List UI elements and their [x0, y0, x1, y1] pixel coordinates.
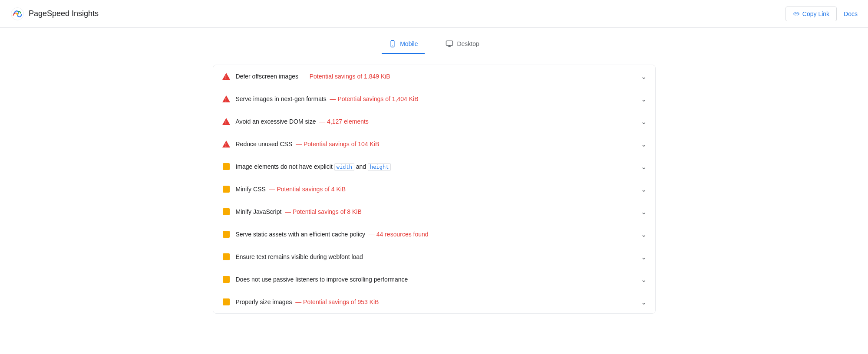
audit-item-dom-size[interactable]: ! Avoid an excessive DOM size — 4,127 el… [213, 110, 655, 133]
svg-text:!: ! [225, 120, 226, 125]
docs-link[interactable]: Docs [844, 10, 858, 17]
error-icon-dom: ! [222, 117, 231, 126]
app-title: PageSpeed Insights [29, 9, 99, 18]
audit-item-minify-js[interactable]: Minify JavaScript — Potential savings of… [213, 200, 655, 223]
warning-icon-cache-policy [222, 230, 231, 239]
chevron-image-explicit: ⌄ [641, 163, 647, 171]
warning-icon-image-explicit [222, 162, 231, 171]
app-header: PageSpeed Insights Copy Link Docs [0, 0, 868, 28]
audit-wrapper-passive: Does not use passive listeners to improv… [213, 268, 655, 291]
copy-link-label: Copy Link [802, 10, 829, 17]
chevron-passive: ⌄ [641, 275, 647, 284]
audit-wrapper-minify-js: Minify JavaScript — Potential savings of… [213, 200, 655, 223]
audit-item-webfont[interactable]: Ensure text remains visible during webfo… [213, 246, 655, 268]
audit-item-image-explicit[interactable]: Image elements do not have explicit widt… [213, 155, 655, 178]
tab-desktop[interactable]: Desktop [439, 35, 486, 54]
link-icon [793, 10, 800, 17]
tab-desktop-label: Desktop [457, 40, 479, 47]
chevron-minify-js: ⌄ [641, 208, 647, 216]
tab-mobile[interactable]: Mobile [382, 35, 425, 54]
audit-text-image-explicit: Image elements do not have explicit widt… [236, 163, 634, 170]
chevron-webfont: ⌄ [641, 253, 647, 261]
chevron-next-gen: ⌄ [641, 95, 647, 103]
svg-rect-4 [446, 41, 453, 46]
audit-text-passive: Does not use passive listeners to improv… [236, 276, 634, 283]
error-icon-unused-css: ! [222, 140, 231, 148]
audit-wrapper-minify-css: Minify CSS — Potential savings of 4 KiB … [213, 178, 655, 200]
audit-text-minify-css: Minify CSS — Potential savings of 4 KiB [236, 186, 634, 193]
chevron-properly-size: ⌄ [641, 298, 647, 306]
mobile-icon [389, 40, 396, 48]
audit-list: ! Defer offscreen images — Potential sav… [213, 65, 656, 314]
audit-wrapper-cache-policy: Serve static assets with an efficient ca… [213, 223, 655, 246]
warning-icon-passive [222, 275, 231, 284]
audit-wrapper-unused-css: ! Reduce unused CSS — Potential savings … [213, 133, 655, 155]
svg-point-3 [392, 46, 393, 46]
audit-wrapper-properly-size: Properly size images — Potential savings… [213, 291, 655, 313]
tab-mobile-label: Mobile [400, 40, 418, 47]
audit-item-minify-css[interactable]: Minify CSS — Potential savings of 4 KiB … [213, 178, 655, 200]
error-icon-defer: ! [222, 72, 231, 81]
audit-item-properly-size[interactable]: Properly size images — Potential savings… [213, 291, 655, 313]
audit-wrapper-next-gen: ! Serve images in next-gen formats — Pot… [213, 88, 655, 110]
chevron-cache-policy: ⌄ [641, 230, 647, 239]
pagespeed-logo [10, 7, 24, 21]
error-icon-next-gen: ! [222, 95, 231, 103]
copy-link-button[interactable]: Copy Link [785, 7, 837, 21]
audit-text-unused-css: Reduce unused CSS — Potential savings of… [236, 141, 634, 148]
audit-item-defer-offscreen[interactable]: ! Defer offscreen images — Potential sav… [213, 65, 655, 88]
audit-wrapper-dom-size: ! Avoid an excessive DOM size — 4,127 el… [213, 110, 655, 133]
warning-icon-properly-size [222, 298, 231, 306]
desktop-icon [446, 40, 453, 48]
audit-text-minify-js: Minify JavaScript — Potential savings of… [236, 208, 634, 215]
audit-item-cache-policy[interactable]: Serve static assets with an efficient ca… [213, 223, 655, 246]
chevron-defer: ⌄ [641, 72, 647, 81]
audit-text-webfont: Ensure text remains visible during webfo… [236, 253, 634, 260]
audit-item-passive[interactable]: Does not use passive listeners to improv… [213, 268, 655, 291]
audit-text-next-gen: Serve images in next-gen formats — Poten… [236, 95, 634, 102]
audit-wrapper-webfont: Ensure text remains visible during webfo… [213, 246, 655, 268]
header-logo-area: PageSpeed Insights [10, 7, 99, 21]
svg-point-1 [17, 13, 19, 15]
audit-wrapper-image-explicit: Image elements do not have explicit widt… [213, 155, 655, 178]
warning-icon-webfont [222, 252, 231, 261]
audit-wrapper-defer-offscreen: ! Defer offscreen images — Potential sav… [213, 65, 655, 88]
svg-text:!: ! [225, 143, 226, 148]
audit-text-defer-offscreen: Defer offscreen images — Potential savin… [236, 73, 634, 80]
header-actions: Copy Link Docs [785, 7, 858, 21]
svg-text:!: ! [225, 75, 226, 80]
audit-text-dom-size: Avoid an excessive DOM size — 4,127 elem… [236, 118, 634, 125]
audit-text-cache-policy: Serve static assets with an efficient ca… [236, 231, 634, 238]
chevron-dom: ⌄ [641, 118, 647, 126]
warning-icon-minify-css [222, 185, 231, 193]
audit-item-next-gen[interactable]: ! Serve images in next-gen formats — Pot… [213, 88, 655, 110]
tabs-bar: Mobile Desktop [0, 28, 868, 54]
chevron-unused-css: ⌄ [641, 140, 647, 148]
audit-item-unused-css[interactable]: ! Reduce unused CSS — Potential savings … [213, 133, 655, 155]
main-content: ! Defer offscreen images — Potential sav… [204, 65, 664, 314]
svg-text:!: ! [225, 98, 226, 102]
warning-icon-minify-js [222, 207, 231, 216]
chevron-minify-css: ⌄ [641, 185, 647, 193]
audit-text-properly-size: Properly size images — Potential savings… [236, 298, 634, 305]
